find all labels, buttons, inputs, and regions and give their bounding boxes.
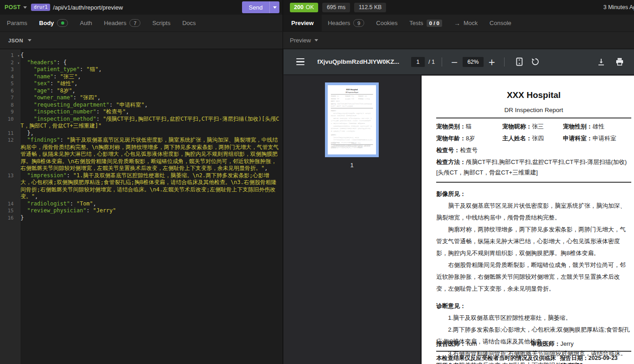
report-subtitle: DR Inspection Report <box>436 107 631 113</box>
tab-auth[interactable]: Auth <box>74 15 98 31</box>
code-line[interactable]: 13 "impression": "1.脑干及双侧基底节区腔隙性梗塞灶，脑萎缩。… <box>0 172 283 200</box>
json-body-editor[interactable]: 1▾{2▾ "headers": {3 "patient_type": "猫",… <box>0 49 283 364</box>
tab-params[interactable]: Params <box>1 15 33 31</box>
history-timestamp[interactable]: 3 Minutes Ago <box>603 4 634 10</box>
code-line[interactable]: 16} <box>0 215 283 222</box>
line-number: 1▾ <box>0 52 21 59</box>
line-number: 9 <box>0 108 21 116</box>
line-number: 15 <box>0 207 21 215</box>
code-text: "radiologist": "Tom", <box>21 200 283 208</box>
code-line[interactable]: 10 "inspection_method": "颅脑CT平扫,胸部CT平扫,盆… <box>0 116 283 130</box>
code-line[interactable]: 7 "owner_name": "张四", <box>0 94 283 102</box>
code-line[interactable]: 12 "findings": "脑干及双侧基底节区见斑片状低密度影，脑室系统扩张… <box>0 137 283 172</box>
inspection-number-row: 检查号：检查号 <box>436 145 631 155</box>
report-footer: 报告医师：Tom 审核医师：Jerry 本检查结果仅反应受检者当时的情况及仅供临… <box>436 339 631 364</box>
thumbnail-panel: XXX Hospital DR Inspection Report 宠物类别：猫… <box>283 74 422 364</box>
line-number: 13 <box>0 172 21 200</box>
page-number-input[interactable]: 1 <box>411 57 425 67</box>
app-window: POST drur1 /api/v1/auth/report/preview S… <box>0 0 634 364</box>
tab-preview[interactable]: Preview <box>283 15 322 31</box>
fold-caret-icon[interactable]: ▾ <box>17 52 20 60</box>
print-button[interactable] <box>615 57 624 66</box>
page-thumbnail[interactable]: XXX Hospital DR Inspection Report 宠物类别：猫… <box>325 82 379 157</box>
report-document: XXX Hospital DR Inspection Report 宠物类别：猫… <box>328 85 376 154</box>
patient-field: 宠物类别：猫 <box>436 122 502 131</box>
tab-headers-request[interactable]: Headers 7 <box>98 15 146 31</box>
request-topbar: POST drur1 /api/v1/auth/report/preview S… <box>0 0 634 15</box>
code-line[interactable]: 14 "radiologist": "Tom", <box>0 200 283 208</box>
tab-cookies[interactable]: Cookies <box>370 15 403 31</box>
line-number: 4 <box>0 73 21 81</box>
thumbnail-page-number: 1 <box>283 162 420 169</box>
code-text: "requesting_department": "申请科室", <box>21 102 283 109</box>
code-line[interactable]: 5 "sex": "雄性", <box>0 80 283 87</box>
code-line[interactable]: 9 "inspection_number": "检查号", <box>0 108 283 116</box>
zoom-out-button[interactable]: − <box>449 57 460 67</box>
line-number: 2▾ <box>0 59 21 67</box>
tab-headers-response[interactable]: Headers 9 <box>322 15 370 31</box>
report-document: XXX Hospital DR Inspection Report 宠物类别：猫… <box>422 76 634 364</box>
line-number: 7 <box>0 94 21 102</box>
send-options-button[interactable] <box>269 1 279 13</box>
arrow-right-icon: → <box>454 20 460 27</box>
tests-count-badge: 0 / 0 <box>427 20 442 27</box>
method-label: POST <box>5 4 21 10</box>
line-number: 16 <box>0 215 21 222</box>
code-text: } <box>21 215 283 222</box>
code-line[interactable]: 3 "patient_type": "猫", <box>0 66 283 73</box>
findings-paragraph: 脑干及双侧基底节区见斑片状低密度影，脑室系统扩张，脑沟加深、脑裂增宽，中线结构居… <box>436 200 631 224</box>
method-dropdown[interactable]: POST <box>5 4 27 10</box>
environment-badge[interactable]: drur1 <box>31 4 50 11</box>
url-input[interactable]: /api/v1/auth/report/preview <box>53 4 123 11</box>
send-button[interactable]: Send <box>242 1 279 13</box>
code-line[interactable]: 11 }, <box>0 130 283 137</box>
body-type-dropdown[interactable]: JSON <box>8 38 31 43</box>
code-line[interactable]: 8 "requesting_department": "申请科室", <box>0 102 283 109</box>
preview-mode-dropdown[interactable]: Preview <box>290 37 318 44</box>
fold-caret-icon[interactable]: ▾ <box>17 60 20 67</box>
tab-bar: Params Body Auth Headers 7 Scripts Docs … <box>0 15 634 32</box>
zoom-in-button[interactable]: + <box>486 57 497 67</box>
print-icon <box>615 57 624 66</box>
code-text: "headers": { <box>21 59 283 67</box>
footer-divider <box>436 351 631 352</box>
tab-body[interactable]: Body <box>33 15 74 31</box>
tab-console[interactable]: Console <box>484 15 517 31</box>
code-text: "inspection_number": "检查号", <box>21 108 283 116</box>
tab-scripts[interactable]: Scripts <box>146 15 176 31</box>
menu-icon[interactable] <box>296 58 304 66</box>
code-line[interactable]: 15 "review_physician": "Jerry" <box>0 207 283 215</box>
chevron-down-icon <box>273 6 277 9</box>
impression-item: 1.脑干及双侧基底节区腔隙性梗塞灶，脑萎缩。 <box>436 312 631 324</box>
toolbar-divider <box>504 57 505 67</box>
line-number: 8 <box>0 102 21 109</box>
download-button[interactable] <box>597 58 605 66</box>
pdf-page: XXX Hospital DR Inspection Report 宠物类别：猫… <box>422 76 634 364</box>
pdf-preview-panel: fXjvuQplbmRzdHJIYW0KZ... 1 / 1 − 62% + <box>283 49 634 364</box>
editor-code[interactable]: 1▾{2▾ "headers": {3 "patient_type": "猫",… <box>0 49 283 221</box>
fit-page-icon <box>515 57 524 66</box>
impression-title: 诊断意见： <box>436 302 631 310</box>
line-number: 14 <box>0 200 21 208</box>
page-thumbnail-preview: XXX Hospital DR Inspection Report 宠物类别：猫… <box>328 85 376 154</box>
disclaimer-text: 本检查结果仅反应受检者当时的情况及仅供临床医师参考 <box>436 354 560 364</box>
document-scroll-area[interactable]: XXX Hospital DR Inspection Report 宠物类别：猫… <box>422 74 634 364</box>
code-line[interactable]: 1▾{ <box>0 52 283 59</box>
findings-section: 脑干及双侧基底节区见斑片状低密度影，脑室系统扩张，脑沟加深、脑裂增宽，中线结构居… <box>436 200 631 295</box>
code-text: "sex": "雄性", <box>21 80 283 87</box>
status-badge: 200 OK <box>290 3 318 12</box>
tab-docs[interactable]: Docs <box>176 15 202 31</box>
pdf-body: XXX Hospital DR Inspection Report 宠物类别：猫… <box>283 74 634 364</box>
findings-paragraph: 胸廓对称，两肺纹理增多，两下肺见多发索条影，两肺门无增大，气管支气管通畅，纵隔未… <box>436 224 631 259</box>
fit-to-page-button[interactable] <box>515 57 524 66</box>
code-text: "age": "8岁", <box>21 87 283 95</box>
response-time-badge: 695 ms <box>322 3 350 12</box>
code-line[interactable]: 4 "name": "张三", <box>0 73 283 81</box>
code-line[interactable]: 6 "age": "8岁", <box>0 87 283 95</box>
rotate-button[interactable] <box>531 57 540 66</box>
pdf-toolbar: fXjvuQplbmRzdHJIYW0KZ... 1 / 1 − 62% + <box>283 49 634 74</box>
code-line[interactable]: 2▾ "headers": { <box>0 59 283 67</box>
tab-tests[interactable]: Tests 0 / 0 <box>403 15 448 31</box>
report-date: 报告日期：2025-09-23 13:55:23 <box>560 354 631 364</box>
tab-mock[interactable]: → Mock <box>448 15 484 31</box>
